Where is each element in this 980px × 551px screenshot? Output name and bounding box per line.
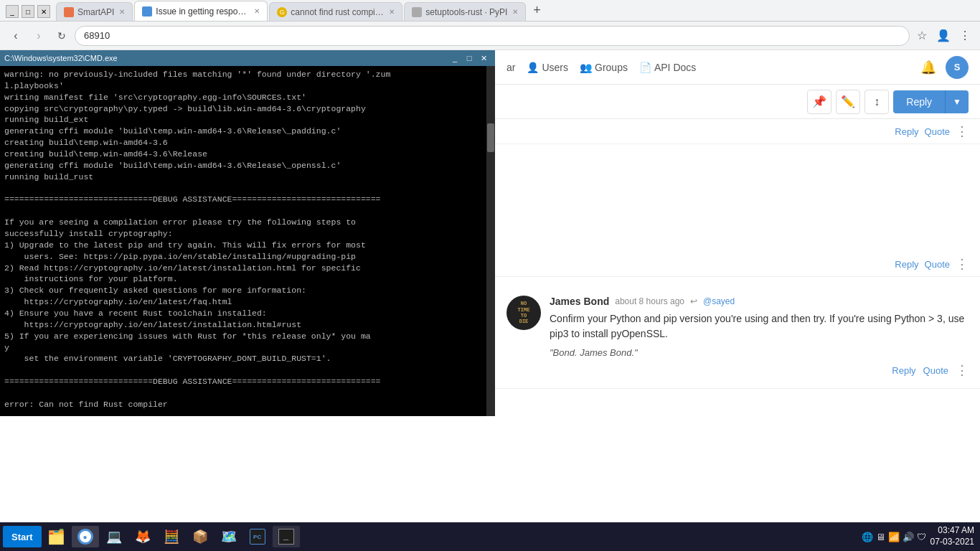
taskbar-item-calculator[interactable]: 🧮 — [158, 526, 185, 547]
api-docs-label: API Docs — [654, 62, 696, 73]
minimize-btn[interactable]: _ — [6, 5, 19, 18]
back-button[interactable]: ‹ — [6, 26, 26, 46]
more-action-top[interactable]: ⋮ — [956, 125, 969, 138]
reply-dropdown-button[interactable]: ▼ — [945, 90, 969, 113]
more-action-mid[interactable]: ⋮ — [956, 258, 969, 270]
user-avatar[interactable]: S — [946, 56, 969, 79]
taskbar-item-maps[interactable]: 🗺️ — [215, 526, 242, 547]
cmd-scrollbar[interactable] — [486, 66, 495, 416]
cmd-minimize[interactable]: _ — [448, 52, 462, 64]
taskbar-time: 03:47 AM — [930, 525, 974, 537]
cmd-line-26: set the environment variable 'CRYPTOGRAP… — [4, 353, 491, 364]
tab-rust-compiler[interactable]: G cannot find rust compiler python - G..… — [269, 2, 402, 21]
quote-action-top[interactable]: Quote — [925, 125, 950, 138]
tab2-close[interactable]: ✕ — [254, 7, 260, 15]
pkg-icon: 📦 — [192, 529, 208, 545]
explorer-icon: 🗂️ — [47, 528, 65, 545]
cmd-title: C:\Windows\system32\CMD.exe — [4, 54, 448, 62]
forward-button[interactable]: › — [29, 26, 49, 46]
taskbar-item-ide[interactable]: PC — [244, 526, 271, 547]
tab4-title: setuptools-rust · PyPI — [425, 7, 507, 17]
post-author: James Bond — [550, 296, 609, 307]
address-field[interactable]: 68910 — [75, 26, 910, 46]
profile-icon[interactable]: 👤 — [934, 27, 953, 45]
cmd-line-16: 1) Upgrade to the latest pip and try aga… — [4, 240, 491, 251]
nav-groups[interactable]: 👥 Groups — [580, 62, 628, 73]
post-actions-row-mid: Reply Quote ⋮ — [495, 252, 980, 277]
post-actions-bottom: Reply Quote ⋮ — [550, 364, 969, 377]
start-button[interactable]: Start — [3, 526, 42, 547]
terminal-icon: 💻 — [106, 529, 122, 545]
cmd-line-3: writing manifest file 'src\cryptography.… — [4, 92, 491, 103]
network-icon[interactable]: 🖥 — [876, 532, 885, 542]
cmd-scrollbar-thumb[interactable] — [487, 123, 494, 152]
tab-setuptools-rust[interactable]: setuptools-rust · PyPI ✕ — [404, 2, 526, 21]
tab2-title: Issue in getting responses from API... — [156, 6, 249, 17]
quote-action-mid[interactable]: Quote — [925, 258, 950, 270]
cmd-line-25: y — [4, 342, 491, 354]
tab1-close[interactable]: ✕ — [119, 8, 125, 16]
bookmark-icon[interactable]: ☆ — [913, 27, 931, 45]
menu-icon[interactable]: ⋮ — [956, 27, 974, 45]
cmd-window: C:\Windows\system32\CMD.exe _ □ ✕ warnin… — [0, 50, 495, 416]
reply-toolbar: 📌 ✏️ ↕ Reply ▼ — [495, 85, 980, 119]
tab4-favicon — [412, 7, 422, 17]
more-action-bottom[interactable]: ⋮ — [956, 364, 969, 377]
cmd-line-31 — [4, 410, 491, 416]
reply-action-top[interactable]: Reply — [895, 125, 918, 138]
taskbar-item-firefox[interactable]: 🦊 — [129, 526, 156, 547]
cmd-titlebar[interactable]: C:\Windows\system32\CMD.exe _ □ ✕ — [0, 50, 495, 66]
close-btn[interactable]: ✕ — [37, 5, 50, 18]
taskbar-item-pkg[interactable]: 📦 — [187, 526, 214, 547]
pin-button[interactable]: 📌 — [807, 90, 831, 114]
cmd-line-6: generating cffi module 'build\temp.win-a… — [4, 126, 491, 137]
taskbar-item-cmd[interactable]: _ — [273, 526, 300, 547]
shield-icon[interactable]: 🛡 — [917, 532, 926, 542]
cmd-line-2: l.playbooks' — [4, 80, 491, 92]
globe-icon[interactable]: 🌐 — [862, 532, 873, 542]
quote-action-bottom[interactable]: Quote — [923, 365, 948, 376]
tab-smartapi[interactable]: SmartAPI ✕ — [56, 2, 133, 21]
tab3-title: cannot find rust compiler python - G... — [291, 7, 384, 17]
post-time: about 8 hours ago — [615, 296, 684, 306]
tab3-close[interactable]: ✕ — [389, 8, 395, 16]
nav-api-docs[interactable]: 📄 API Docs — [639, 62, 696, 73]
reply-action-bottom[interactable]: Reply — [892, 365, 915, 376]
maximize-btn[interactable]: □ — [22, 5, 34, 18]
cmd-line-10: running build_rust — [4, 171, 491, 183]
cmd-line-21: https://cryptography.io/en/latest/faq.ht… — [4, 296, 491, 308]
nav-ar[interactable]: ar — [507, 62, 515, 73]
cmd-line-15: successfully install cryptography: — [4, 228, 491, 240]
cmd-close[interactable]: ✕ — [476, 52, 491, 64]
cmd-line-9: generating cffi module 'build\temp.win-a… — [4, 160, 491, 171]
chrome-icon: ● — [77, 529, 93, 545]
tab4-close[interactable]: ✕ — [512, 8, 518, 16]
edit-button[interactable]: ✏️ — [836, 90, 860, 114]
reply-main-button[interactable]: Reply — [893, 90, 945, 113]
tab-issue-api[interactable]: Issue in getting responses from API... ✕ — [134, 1, 268, 21]
wifi-icon[interactable]: 📶 — [888, 532, 900, 542]
taskbar-right: 🌐 🖥 📶 🔊 🛡 03:47 AM 07-03-2021 — [862, 525, 977, 547]
cmd-line-5: running build_ext — [4, 114, 491, 126]
taskbar-item-chrome[interactable]: ● — [72, 526, 99, 547]
cmd-line-24: 5) If you are experiencing issues with R… — [4, 331, 491, 342]
volume-icon[interactable]: 🔊 — [903, 532, 914, 542]
window-controls-left[interactable]: _ □ ✕ — [6, 5, 50, 18]
nav-users[interactable]: 👤 Users — [527, 62, 568, 73]
cmd-maximize[interactable]: □ — [462, 52, 476, 64]
cmd-line-30: error: Can not find Rust compiler — [4, 399, 491, 410]
taskbar-item-explorer[interactable]: 🗂️ — [43, 526, 70, 547]
reload-button[interactable]: ↻ — [52, 26, 72, 46]
new-tab-button[interactable]: + — [527, 1, 546, 19]
cmd-line-22: 4) Ensure you have a recent Rust toolcha… — [4, 308, 491, 319]
taskbar-item-terminal[interactable]: 💻 — [100, 526, 128, 547]
sort-button[interactable]: ↕ — [864, 90, 889, 114]
avatar-text: NOTIMETODIE — [518, 301, 530, 325]
cmd-body: warning: no previously-included files ma… — [0, 66, 495, 416]
cmd-line-13 — [4, 205, 491, 217]
users-label: Users — [542, 62, 568, 73]
notification-bell[interactable]: 🔔 — [917, 56, 940, 79]
tab2-favicon — [142, 6, 152, 17]
cmd-line-8: creating build\temp.win-amd64-3.6\Releas… — [4, 149, 491, 160]
reply-action-mid[interactable]: Reply — [895, 258, 918, 270]
